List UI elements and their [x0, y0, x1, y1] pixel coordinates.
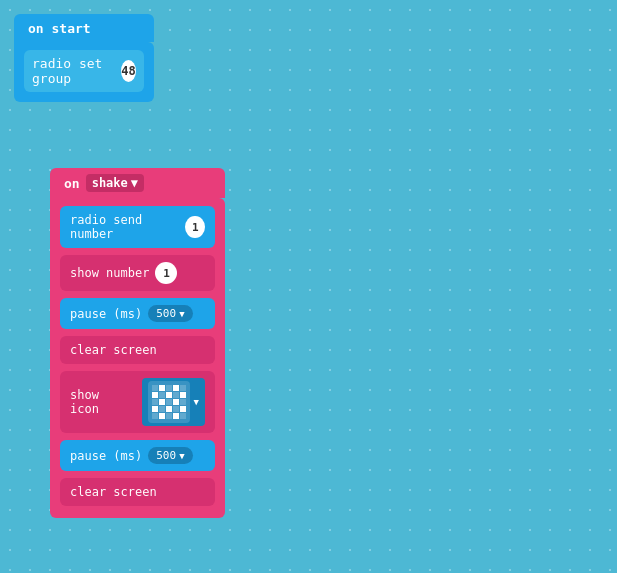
- icon-cell: [152, 413, 158, 419]
- radio-send-number-block[interactable]: radio send number 1: [60, 206, 215, 248]
- on-shake-body: radio send number 1 show number 1 pause …: [50, 198, 225, 518]
- icon-cell: [180, 385, 186, 391]
- on-start-block: on start radio set group 48: [14, 14, 154, 102]
- radio-send-number-value[interactable]: 1: [185, 216, 205, 238]
- icon-dropdown-arrow: ▼: [194, 397, 199, 407]
- pause-1-label: pause (ms): [70, 307, 142, 321]
- icon-cell: [173, 399, 179, 405]
- icon-preview: [148, 381, 190, 423]
- icon-cell: [166, 413, 172, 419]
- pause-2-block[interactable]: pause (ms) 500 ▼: [60, 440, 215, 471]
- radio-send-number-label: radio send number: [70, 213, 179, 241]
- icon-cell: [180, 399, 186, 405]
- on-start-label: on start: [28, 21, 91, 36]
- icon-cell: [152, 399, 158, 405]
- icon-cell: [152, 392, 158, 398]
- icon-cell: [180, 392, 186, 398]
- icon-cell: [159, 399, 165, 405]
- radio-set-group-label: radio set group: [32, 56, 113, 86]
- show-number-block[interactable]: show number 1: [60, 255, 215, 291]
- pause-1-block[interactable]: pause (ms) 500 ▼: [60, 298, 215, 329]
- pause-1-value: 500: [156, 307, 176, 320]
- clear-screen-2-label: clear screen: [70, 485, 157, 499]
- group-value-badge[interactable]: 48: [121, 60, 136, 82]
- shake-dropdown-arrow: ▼: [131, 176, 138, 190]
- icon-cell: [159, 406, 165, 412]
- radio-set-group-block[interactable]: radio set group 48: [24, 50, 144, 92]
- on-start-header[interactable]: on start: [14, 14, 154, 42]
- icon-cell: [159, 413, 165, 419]
- icon-cell: [180, 413, 186, 419]
- icon-cell: [166, 406, 172, 412]
- on-label: on: [64, 176, 80, 191]
- pause-1-dropdown[interactable]: 500 ▼: [148, 305, 192, 322]
- show-icon-dropdown[interactable]: ▼: [142, 378, 205, 426]
- icon-grid: [152, 385, 186, 419]
- icon-cell: [159, 392, 165, 398]
- pause-2-value: 500: [156, 449, 176, 462]
- icon-cell: [166, 385, 172, 391]
- icon-cell: [173, 385, 179, 391]
- icon-cell: [152, 385, 158, 391]
- on-start-body: radio set group 48: [14, 42, 154, 102]
- clear-screen-2-block[interactable]: clear screen: [60, 478, 215, 506]
- clear-screen-1-label: clear screen: [70, 343, 157, 357]
- pause-2-arrow: ▼: [179, 451, 184, 461]
- show-number-label: show number: [70, 266, 149, 280]
- icon-cell: [173, 413, 179, 419]
- show-number-value[interactable]: 1: [155, 262, 177, 284]
- show-icon-block[interactable]: show icon: [60, 371, 215, 433]
- shake-label: shake: [92, 176, 128, 190]
- clear-screen-1-block[interactable]: clear screen: [60, 336, 215, 364]
- icon-cell: [159, 385, 165, 391]
- icon-cell: [152, 406, 158, 412]
- pause-2-dropdown[interactable]: 500 ▼: [148, 447, 192, 464]
- pause-1-arrow: ▼: [179, 309, 184, 319]
- icon-cell: [173, 392, 179, 398]
- on-shake-header[interactable]: on shake ▼: [50, 168, 225, 198]
- icon-cell: [173, 406, 179, 412]
- shake-dropdown[interactable]: shake ▼: [86, 174, 144, 192]
- icon-cell: [166, 399, 172, 405]
- pause-2-label: pause (ms): [70, 449, 142, 463]
- show-icon-label: show icon: [70, 388, 134, 416]
- on-shake-block: on shake ▼ radio send number 1 show numb…: [50, 168, 225, 518]
- icon-cell: [166, 392, 172, 398]
- icon-cell: [180, 406, 186, 412]
